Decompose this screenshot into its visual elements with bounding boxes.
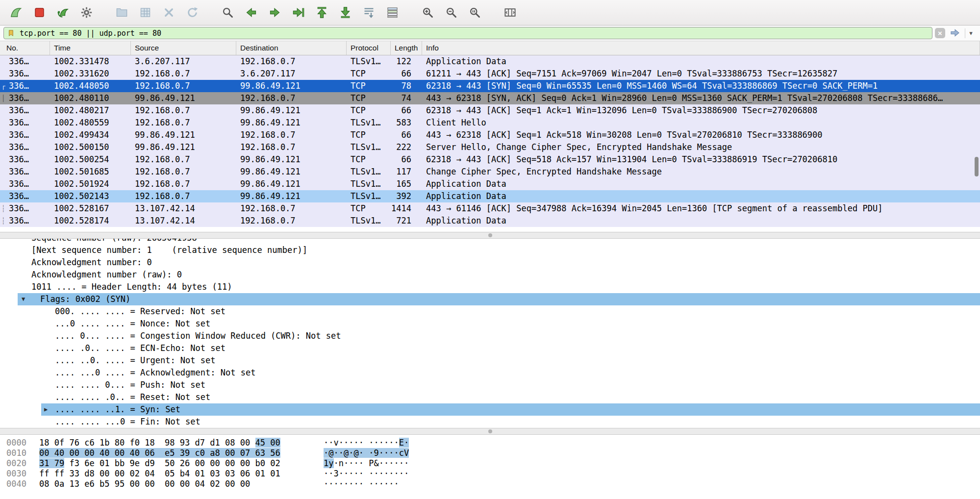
hex-bytes: 31 79 f3 6e 01 bb 9e d9 50 26 00 00 00 0… xyxy=(39,458,324,469)
colorize-button[interactable] xyxy=(380,3,404,23)
conversation-marker: ┌ xyxy=(1,80,5,92)
stop-capture-button[interactable] xyxy=(27,3,51,23)
chevron-down-icon: ▾ xyxy=(969,29,973,37)
detail-line[interactable]: .... .... 0... = Push: Not set xyxy=(0,379,980,391)
zoom-in-icon xyxy=(421,6,434,19)
detail-line[interactable]: Sequence number (raw): 2665041958 xyxy=(0,239,980,244)
last-packet-button[interactable] xyxy=(333,3,357,23)
close-icon: × xyxy=(938,29,942,37)
filter-clear-button[interactable]: × xyxy=(935,28,945,38)
open-file-button xyxy=(110,3,133,23)
zoom-out-button[interactable] xyxy=(439,3,463,23)
hex-row[interactable]: 0030ff ff 33 d8 00 00 02 04 05 b4 01 03 … xyxy=(0,469,980,479)
detail-line[interactable]: ...0 .... .... = Nonce: Not set xyxy=(0,318,980,330)
packet-detail-pane: Sequence number (raw): 2665041958[Next s… xyxy=(0,239,980,428)
column-header-no[interactable]: No. xyxy=(0,41,50,55)
capture-options-button[interactable] xyxy=(75,3,98,23)
detail-line[interactable]: Acknowledgment number (raw): 0 xyxy=(0,269,980,281)
filter-bar: × ▾ xyxy=(0,25,980,41)
packet-row[interactable]: ┌336…1002.448050192.168.0.799.86.49.121T… xyxy=(0,80,980,92)
packet-row[interactable]: 336…1002.331620192.168.0.73.6.207.117TCP… xyxy=(0,68,980,80)
packet-row[interactable]: 336…1002.480217192.168.0.799.86.49.121TC… xyxy=(0,104,980,117)
expander-open-icon[interactable]: ▼ xyxy=(22,293,25,305)
detail-line[interactable]: .... ...0 .... = Acknowledgment: Not set xyxy=(0,367,980,379)
hex-offset: 0000 xyxy=(0,438,39,448)
filter-bookmark-icon[interactable] xyxy=(6,28,17,38)
display-filter-field[interactable] xyxy=(3,27,932,39)
detail-line[interactable]: 000. .... .... = Reserved: Not set xyxy=(0,305,980,318)
packet-row[interactable]: ┆336…1002.52816713.107.42.14192.168.0.7T… xyxy=(0,202,980,215)
packet-list-pane: 336…1002.3314783.6.207.117192.168.0.7TLS… xyxy=(0,55,980,229)
find-packet-button[interactable] xyxy=(216,3,239,23)
packet-bytes-pane: 000018 0f 76 c6 1b 80 f0 18 98 93 d7 d1 … xyxy=(0,435,980,499)
display-filter-input[interactable] xyxy=(17,29,930,38)
conversation-marker: │ xyxy=(1,92,5,104)
zoom-reset-button[interactable] xyxy=(463,3,486,23)
packet-row[interactable]: ┆336…1002.52817413.107.42.14192.168.0.7T… xyxy=(0,215,980,227)
packet-row[interactable]: 336…1002.50015099.86.49.121192.168.0.7TL… xyxy=(0,141,980,153)
packet-row[interactable]: 336…1002.501924192.168.0.799.86.49.121TL… xyxy=(0,178,980,190)
restart-capture-icon xyxy=(56,6,70,19)
save-file-button xyxy=(133,3,157,23)
start-capture-button[interactable] xyxy=(4,3,27,23)
column-header-source[interactable]: Source xyxy=(131,41,236,55)
hex-ascii: ··v····· ······E· xyxy=(324,438,409,448)
filter-apply-button[interactable] xyxy=(948,27,962,40)
packet-list-header: No.TimeSourceDestinationProtocolLengthIn… xyxy=(0,41,980,55)
column-header-info[interactable]: Info xyxy=(422,41,980,55)
column-header-time[interactable]: Time xyxy=(50,41,131,55)
vertical-scrollbar-thumb[interactable] xyxy=(975,157,979,176)
detail-line[interactable]: .... .0.. .... = ECN-Echo: Not set xyxy=(0,342,980,354)
detail-line[interactable]: .... .... ...0 = Fin: Not set xyxy=(0,416,980,428)
packet-row[interactable]: 336…1002.49943499.86.49.121192.168.0.7TC… xyxy=(0,129,980,141)
packet-row[interactable]: 336…1002.502143192.168.0.799.86.49.121TL… xyxy=(0,190,980,202)
packet-row[interactable]: 336…1002.501685192.168.0.799.86.49.121TL… xyxy=(0,166,980,178)
auto-scroll-icon xyxy=(362,6,376,19)
conversation-marker: ┆ xyxy=(1,202,5,215)
open-file-icon xyxy=(115,6,128,19)
hex-offset: 0030 xyxy=(0,469,39,479)
detail-line[interactable]: ▼Flags: 0x002 (SYN) xyxy=(0,293,980,305)
hex-row[interactable]: 004008 0a 13 e6 b5 95 00 00 00 00 04 02 … xyxy=(0,479,980,489)
go-to-packet-button[interactable] xyxy=(286,3,310,23)
column-header-protocol[interactable]: Protocol xyxy=(347,41,391,55)
go-back-button[interactable] xyxy=(239,3,263,23)
last-packet-icon xyxy=(339,6,352,19)
detail-line[interactable]: [Next sequence number: 1 (relative seque… xyxy=(0,244,980,256)
hex-row[interactable]: 000018 0f 76 c6 1b 80 f0 18 98 93 d7 d1 … xyxy=(0,438,980,448)
reload-file-icon xyxy=(186,6,199,19)
packet-row[interactable]: 336…1002.3314783.6.207.117192.168.0.7TLS… xyxy=(0,55,980,68)
hex-offset: 0020 xyxy=(0,458,39,469)
go-back-icon xyxy=(245,6,258,19)
column-header-length[interactable]: Length xyxy=(391,41,422,55)
go-forward-button[interactable] xyxy=(263,3,286,23)
hex-bytes: 18 0f 76 c6 1b 80 f0 18 98 93 d7 d1 08 0… xyxy=(39,438,324,448)
packet-row[interactable]: 336…1002.500254192.168.0.799.86.49.121TC… xyxy=(0,153,980,166)
first-packet-button[interactable] xyxy=(310,3,333,23)
auto-scroll-button[interactable] xyxy=(357,3,380,23)
detail-line[interactable]: Acknowledgment number: 0 xyxy=(0,256,980,269)
hex-offset: 0040 xyxy=(0,479,39,489)
filter-dropdown-button[interactable]: ▾ xyxy=(965,28,977,38)
restart-capture-button[interactable] xyxy=(51,3,75,23)
hex-row[interactable]: 001000 40 00 00 40 00 40 06 e5 39 c0 a8 … xyxy=(0,448,980,458)
detail-line[interactable]: .... 0... .... = Congestion Window Reduc… xyxy=(0,330,980,342)
detail-line[interactable]: .... .... .0.. = Reset: Not set xyxy=(0,391,980,403)
hex-offset: 0010 xyxy=(0,448,39,458)
expander-closed-icon[interactable]: ▶ xyxy=(44,403,48,416)
main-toolbar xyxy=(0,0,980,25)
resize-columns-button[interactable] xyxy=(498,3,522,23)
detail-line[interactable]: 1011 .... = Header Length: 44 bytes (11) xyxy=(0,281,980,293)
hex-row[interactable]: 002031 79 f3 6e 01 bb 9e d9 50 26 00 00 … xyxy=(0,458,980,469)
zoom-in-button[interactable] xyxy=(416,3,439,23)
packet-row[interactable]: │336…1002.48011099.86.49.121192.168.0.7T… xyxy=(0,92,980,104)
detail-line[interactable]: .... ..0. .... = Urgent: Not set xyxy=(0,354,980,367)
pane-splitter-top[interactable] xyxy=(0,232,980,239)
pane-splitter-bottom[interactable] xyxy=(0,428,980,435)
hex-ascii: ········ ······ xyxy=(324,479,399,489)
packet-row[interactable]: 336…1002.480559192.168.0.799.86.49.121TL… xyxy=(0,117,980,129)
first-packet-icon xyxy=(315,6,328,19)
close-file-button xyxy=(157,3,180,23)
column-header-destination[interactable]: Destination xyxy=(236,41,347,55)
detail-line[interactable]: ▶.... .... ..1. = Syn: Set xyxy=(0,403,980,416)
